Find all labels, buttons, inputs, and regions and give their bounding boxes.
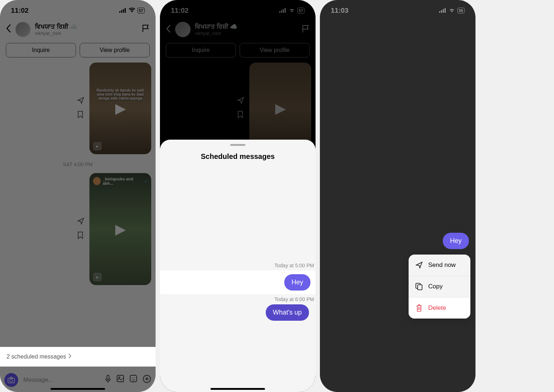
delete-option[interactable]: Delete (409, 297, 470, 319)
signal-icon (439, 7, 446, 15)
sheet-title: Scheduled messages (160, 152, 316, 161)
bookmark-icon[interactable] (77, 111, 84, 120)
compose-bar: Message... (4, 373, 151, 387)
svg-rect-9 (130, 375, 137, 382)
avatar[interactable] (15, 22, 31, 37)
svg-rect-20 (445, 8, 446, 13)
back-icon[interactable] (6, 24, 11, 35)
send-now-option[interactable]: Send now (409, 255, 470, 276)
svg-rect-13 (279, 11, 280, 13)
battery-icon: 57 (297, 8, 305, 13)
reels-badge-icon: ▸ (93, 142, 102, 151)
battery-icon: 57 (137, 8, 145, 13)
flag-icon[interactable] (302, 24, 310, 35)
status-indicators: 57 (279, 7, 305, 15)
play-icon: ▶ (115, 100, 126, 116)
reel-author: _beingsuku and abh... ✓ (93, 177, 148, 185)
trash-icon (415, 304, 423, 312)
status-bar: 11:02 57 (0, 0, 156, 18)
share-icon[interactable] (77, 217, 84, 226)
header-info[interactable]: ਵਿਖਯਾਤ ਰਿਸ਼ੀ☁️ vikhyat_rishi (195, 23, 297, 36)
reel-thumbnail[interactable]: _beingsuku and abh... ✓ ▶ ▸ (89, 173, 151, 285)
message-actions (77, 63, 86, 154)
home-indicator[interactable] (210, 388, 265, 390)
svg-rect-6 (107, 375, 109, 380)
action-row: Inquire View profile (0, 41, 156, 63)
context-menu: Send now Copy Delete (409, 255, 470, 319)
sticker-icon[interactable] (129, 375, 137, 385)
wifi-icon (449, 7, 455, 15)
copy-option[interactable]: Copy (409, 276, 470, 297)
play-icon: ▶ (115, 221, 126, 237)
home-indicator[interactable] (51, 388, 105, 390)
svg-rect-15 (283, 9, 284, 13)
message-actions (77, 173, 86, 285)
scheduled-count-label: 2 scheduled messages (7, 353, 66, 360)
svg-rect-1 (121, 10, 122, 13)
reels-badge-icon: ▸ (93, 273, 102, 281)
sheet-handle[interactable] (230, 144, 245, 146)
menu-label: Copy (428, 283, 443, 290)
scheduled-time: Today at 5:00 PM (160, 263, 316, 268)
status-time: 11:03 (331, 7, 349, 15)
scheduled-messages-bar[interactable]: 2 scheduled messages (0, 347, 156, 367)
back-icon[interactable] (166, 24, 171, 35)
svg-rect-2 (123, 9, 124, 13)
status-bar: 11:03 56 (320, 0, 475, 18)
phone-screenshot-1: 11:02 57 ਵਿਖਯਾਤ ਰਿਸ਼ੀ☁️ (0, 0, 156, 392)
message-reel-2: _beingsuku and abh... ✓ ▶ ▸ (4, 173, 151, 285)
message-input[interactable]: Message... (23, 376, 100, 384)
avatar[interactable] (175, 22, 190, 37)
svg-rect-0 (119, 11, 120, 13)
svg-rect-21 (418, 285, 422, 290)
plus-icon[interactable] (142, 375, 151, 385)
svg-rect-3 (125, 8, 126, 13)
header-info[interactable]: ਵਿਖਯਾਤ ਰਿਸ਼ੀ☁️ vikhyat_rishi (35, 23, 137, 36)
contact-username: vikhyat_rishi (35, 31, 137, 36)
messages-list[interactable]: Randomly ek bande ke sath aisa mini vlog… (0, 63, 156, 285)
view-profile-button[interactable]: View profile (80, 43, 150, 57)
reel-caption: Randomly ek bande ke sath aisa mini vlog… (89, 88, 151, 100)
svg-rect-17 (439, 11, 440, 13)
reel-thumbnail[interactable]: Randomly ek bande ke sath aisa mini vlog… (89, 63, 151, 154)
scheduled-item: Today at 5:00 PM Hey (160, 263, 316, 294)
selected-message-bubble[interactable]: Hey (443, 233, 469, 249)
scheduled-item: Today at 6:00 PM What's up (160, 296, 316, 321)
reel-avatar (93, 177, 101, 185)
message-bubble[interactable]: What's up (266, 304, 309, 321)
menu-label: Delete (428, 304, 446, 312)
chat-header: ਵਿਖਯਾਤ ਰਿਸ਼ੀ☁️ vikhyat_rishi (0, 18, 156, 41)
status-indicators: 57 (119, 7, 145, 15)
svg-rect-19 (443, 9, 444, 13)
scheduled-bubble-highlighted[interactable]: Hey (160, 271, 316, 294)
chevron-right-icon (68, 353, 71, 360)
send-icon (415, 261, 423, 269)
svg-rect-14 (281, 10, 282, 13)
reel-username: _beingsuku and abh... (103, 177, 142, 185)
svg-rect-18 (441, 10, 442, 13)
svg-point-10 (132, 377, 133, 378)
svg-point-8 (119, 377, 120, 378)
view-profile-button[interactable]: View profile (240, 43, 310, 57)
camera-button[interactable] (4, 373, 18, 387)
share-icon[interactable] (237, 97, 244, 105)
phone-screenshot-3: 11:03 56 Hey Send now Copy Delete (320, 0, 475, 392)
status-time: 11:02 (171, 7, 189, 15)
wifi-icon (289, 7, 295, 15)
menu-label: Send now (428, 261, 456, 269)
mic-icon[interactable] (105, 375, 111, 385)
inquire-button[interactable]: Inquire (6, 43, 76, 57)
bookmark-icon[interactable] (77, 231, 84, 241)
message-bubble: Hey (284, 274, 310, 291)
share-icon[interactable] (77, 97, 84, 105)
wifi-icon (129, 7, 135, 15)
phone-screenshot-2: 11:02 57 ਵਿਖਯਾਤ ਰਿਸ਼ੀ☁️ vikhyat_rishi In… (160, 0, 316, 392)
image-icon[interactable] (116, 375, 124, 385)
flag-icon[interactable] (142, 24, 150, 35)
compose-actions (105, 375, 151, 385)
battery-icon: 56 (457, 8, 465, 13)
bookmark-icon[interactable] (237, 111, 244, 120)
inquire-button[interactable]: Inquire (166, 43, 236, 57)
contact-username: vikhyat_rishi (195, 31, 297, 36)
status-time: 11:02 (11, 7, 29, 15)
